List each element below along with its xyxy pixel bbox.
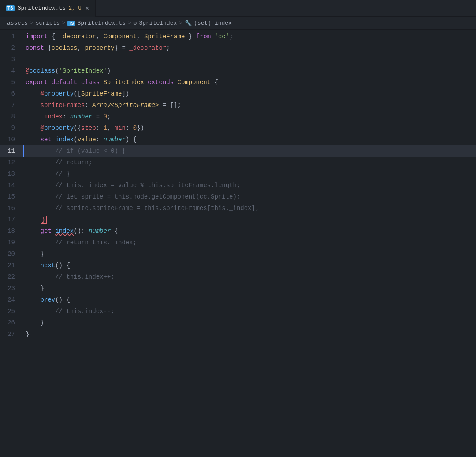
line-content-13: // } (23, 168, 476, 180)
line-content-4: @ccclass('SpriteIndex') (23, 65, 476, 77)
code-line-10: 10 set index(value: number) { (0, 134, 476, 145)
line-content-2: const {ccclass, property} = _decorator; (23, 42, 476, 54)
code-line-20: 20 } (0, 248, 476, 260)
line-content-23: } (23, 283, 476, 294)
code-line-5: 5 export default class SpriteIndex exten… (0, 77, 476, 88)
code-line-19: 19 // return this._index; (0, 237, 476, 248)
code-line-24: 24 prev() { (0, 294, 476, 306)
line-num-8: 8 (0, 111, 23, 122)
line-num-1: 1 (0, 31, 23, 42)
line-content-7: spriteFrames: Array<SpriteFrame> = []; (23, 100, 476, 111)
line-content-20: } (23, 248, 476, 260)
sep3: > (128, 20, 131, 26)
line-num-10: 10 (0, 134, 23, 145)
line-content-6: @property([SpriteFrame]) (23, 88, 476, 100)
code-line-27: 27 } (0, 328, 476, 340)
breadcrumb: assets > scripts > TS SpriteIndex.ts > ⚙… (0, 17, 476, 30)
line-num-14: 14 (0, 180, 23, 191)
breadcrumb-method-icon: 🔧 (185, 20, 192, 27)
code-editor[interactable]: 1 import { _decorator, Component, Sprite… (0, 30, 476, 340)
breadcrumb-ts-icon: TS (67, 21, 75, 26)
line-num-6: 6 (0, 88, 23, 100)
code-line-23: 23 } (0, 283, 476, 294)
breadcrumb-method[interactable]: (set) index (194, 20, 232, 26)
tab-badge: 2, U (69, 5, 82, 11)
code-line-1: 1 import { _decorator, Component, Sprite… (0, 31, 476, 42)
line-num-15: 15 (0, 191, 23, 203)
line-num-20: 20 (0, 248, 23, 260)
tab-bar: TS SpriteIndex.ts 2, U ✕ (0, 0, 476, 17)
sep4: > (179, 20, 182, 26)
close-tab-button[interactable]: ✕ (86, 5, 89, 12)
code-line-13: 13 // } (0, 168, 476, 180)
line-num-21: 21 (0, 260, 23, 271)
line-num-11: 11 (0, 145, 23, 157)
line-num-4: 4 (0, 65, 23, 77)
line-num-18: 18 (0, 225, 23, 237)
line-content-12: // return; (23, 157, 476, 168)
line-content-8: _index: number = 0; (23, 111, 476, 122)
line-num-3: 3 (0, 54, 23, 65)
breadcrumb-assets[interactable]: assets (7, 20, 28, 26)
code-line-25: 25 // this.index--; (0, 306, 476, 317)
line-num-27: 27 (0, 328, 23, 340)
line-content-24: prev() { (23, 294, 476, 306)
line-content-14: // this._index = value % this.spriteFram… (23, 180, 476, 191)
line-num-13: 13 (0, 168, 23, 180)
line-content-18: get index(): number { (23, 225, 476, 237)
line-content-11: // if (value < 0) { (23, 145, 476, 157)
sep2: > (62, 20, 65, 26)
code-line-17: 17 } (0, 214, 476, 225)
line-content-9: @property({step: 1, min: 0}) (23, 122, 476, 134)
code-line-2: 2 const {ccclass, property} = _decorator… (0, 42, 476, 54)
code-line-22: 22 // this.index++; (0, 271, 476, 283)
line-num-24: 24 (0, 294, 23, 306)
code-line-8: 8 _index: number = 0; (0, 111, 476, 122)
line-content-1: import { _decorator, Component, SpriteFr… (23, 31, 476, 42)
code-line-3: 3 (0, 54, 476, 65)
breadcrumb-class-icon: ⚙ (134, 20, 137, 27)
line-num-22: 22 (0, 271, 23, 283)
code-line-15: 15 // let sprite = this.node.getComponen… (0, 191, 476, 203)
line-content-15: // let sprite = this.node.getComponent(c… (23, 191, 476, 203)
line-num-9: 9 (0, 122, 23, 134)
code-line-26: 26 } (0, 317, 476, 328)
line-num-25: 25 (0, 306, 23, 317)
line-content-21: next() { (23, 260, 476, 271)
line-num-16: 16 (0, 203, 23, 214)
line-content-10: set index(value: number) { (23, 134, 476, 145)
code-line-12: 12 // return; (0, 157, 476, 168)
code-line-9: 9 @property({step: 1, min: 0}) (0, 122, 476, 134)
code-line-21: 21 next() { (0, 260, 476, 271)
code-line-16: 16 // sprite.spriteFrame = this.spriteFr… (0, 203, 476, 214)
ts-icon: TS (6, 5, 15, 11)
line-num-23: 23 (0, 283, 23, 294)
line-num-26: 26 (0, 317, 23, 328)
line-num-7: 7 (0, 100, 23, 111)
code-line-11: 11 // if (value < 0) { (0, 145, 476, 157)
code-line-18: 18 get index(): number { (0, 225, 476, 237)
breadcrumb-file[interactable]: SpriteIndex.ts (78, 20, 126, 26)
line-num-5: 5 (0, 77, 23, 88)
line-num-12: 12 (0, 157, 23, 168)
code-line-6: 6 @property([SpriteFrame]) (0, 88, 476, 100)
line-content-19: // return this._index; (23, 237, 476, 248)
line-content-16: // sprite.spriteFrame = this.spriteFrame… (23, 203, 476, 214)
active-tab[interactable]: TS SpriteIndex.ts 2, U ✕ (0, 0, 96, 17)
breadcrumb-class[interactable]: SpriteIndex (139, 20, 177, 26)
sep1: > (30, 20, 33, 26)
line-content-27: } (23, 328, 476, 340)
line-num-19: 19 (0, 237, 23, 248)
breadcrumb-scripts[interactable]: scripts (36, 20, 60, 26)
line-num-17: 17 (0, 214, 23, 225)
line-num-2: 2 (0, 42, 23, 54)
line-content-26: } (23, 317, 476, 328)
line-content-22: // this.index++; (23, 271, 476, 283)
line-content-25: // this.index--; (23, 306, 476, 317)
tab-filename: SpriteIndex.ts (18, 5, 66, 11)
code-line-7: 7 spriteFrames: Array<SpriteFrame> = []; (0, 100, 476, 111)
line-content-17: } (23, 214, 476, 225)
code-line-4: 4 @ccclass('SpriteIndex') (0, 65, 476, 77)
line-content-5: export default class SpriteIndex extends… (23, 77, 476, 88)
code-line-14: 14 // this._index = value % this.spriteF… (0, 180, 476, 191)
